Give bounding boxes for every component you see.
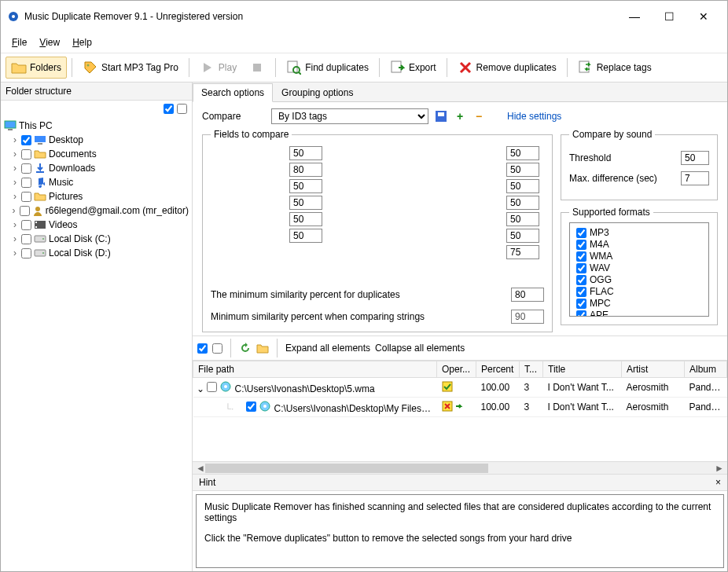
- field-threshold-input[interactable]: [289, 212, 322, 226]
- tree-item[interactable]: ›Local Disk (D:): [4, 246, 189, 260]
- expand-icon[interactable]: ›: [11, 191, 19, 202]
- format-checkbox[interactable]: [576, 275, 586, 285]
- tree-item[interactable]: ›Music: [4, 175, 189, 189]
- menu-file[interactable]: File: [6, 34, 33, 51]
- tree-item-checkbox[interactable]: [21, 178, 31, 188]
- format-item[interactable]: MP3: [576, 227, 702, 238]
- remove-preset-icon[interactable]: −: [472, 110, 485, 123]
- tree-item-checkbox[interactable]: [21, 248, 31, 258]
- start-tag-pro-button[interactable]: Start MP3 Tag Pro: [77, 57, 184, 79]
- play-button[interactable]: Play: [194, 57, 242, 79]
- tree-item-checkbox[interactable]: [21, 163, 31, 174]
- expand-icon[interactable]: ›: [11, 177, 19, 188]
- field-threshold-input[interactable]: [506, 163, 539, 177]
- field-threshold-input[interactable]: [289, 163, 322, 177]
- col-album[interactable]: Album: [685, 361, 727, 378]
- stop-button[interactable]: [244, 57, 270, 79]
- field-threshold-input[interactable]: [506, 212, 539, 226]
- expand-icon[interactable]: ›: [11, 248, 19, 258]
- table-row[interactable]: ⌄ C:\Users\Ivonash\Desktop\5.wma100.003I…: [193, 378, 727, 398]
- find-duplicates-button[interactable]: Find duplicates: [281, 57, 374, 79]
- col-t[interactable]: T...: [520, 361, 543, 378]
- compare-select[interactable]: By ID3 tags: [271, 108, 428, 124]
- maxdiff-input[interactable]: [681, 171, 709, 185]
- hint-close-icon[interactable]: ×: [715, 477, 721, 488]
- row-checkbox[interactable]: [207, 382, 217, 392]
- folders-button[interactable]: Folders: [6, 57, 67, 79]
- tree-item[interactable]: ›Desktop: [4, 133, 189, 147]
- format-checkbox[interactable]: [576, 310, 586, 317]
- format-checkbox[interactable]: [576, 251, 586, 262]
- col-percent[interactable]: Percent: [476, 361, 520, 378]
- format-checkbox[interactable]: [576, 299, 586, 309]
- field-threshold-input[interactable]: [506, 179, 539, 193]
- hide-settings-link[interactable]: Hide settings: [507, 111, 561, 122]
- field-threshold-input[interactable]: [506, 196, 539, 210]
- format-item[interactable]: WAV: [576, 262, 702, 273]
- format-item[interactable]: WMA: [576, 251, 702, 262]
- threshold-input[interactable]: [681, 151, 709, 165]
- field-threshold-input[interactable]: [506, 229, 539, 243]
- format-item[interactable]: APE: [576, 310, 702, 317]
- minimize-button[interactable]: —: [617, 6, 652, 28]
- row-expand-icon[interactable]: ⌄: [197, 383, 204, 394]
- format-checkbox[interactable]: [576, 287, 586, 297]
- refresh-icon[interactable]: [239, 342, 252, 354]
- close-button[interactable]: ✕: [686, 6, 721, 28]
- field-threshold-input[interactable]: [289, 229, 322, 243]
- add-preset-icon[interactable]: +: [454, 110, 466, 123]
- field-threshold-input[interactable]: [289, 196, 322, 210]
- field-threshold-input[interactable]: [289, 146, 322, 160]
- expand-icon[interactable]: ›: [11, 134, 19, 145]
- tree-item-checkbox[interactable]: [21, 234, 31, 244]
- format-item[interactable]: M4A: [576, 239, 702, 250]
- min-dup-input[interactable]: [511, 288, 544, 302]
- expand-icon[interactable]: ›: [11, 148, 19, 160]
- format-checkbox[interactable]: [576, 228, 586, 238]
- check-all-folders[interactable]: [164, 104, 174, 114]
- format-item[interactable]: MPC: [576, 298, 702, 309]
- format-checkbox[interactable]: [576, 240, 586, 250]
- format-item[interactable]: FLAC: [576, 286, 702, 297]
- check-all-dup[interactable]: [197, 343, 208, 354]
- tab-grouping-options[interactable]: Grouping options: [273, 83, 362, 102]
- replace-tags-button[interactable]: Replace tags: [572, 57, 657, 79]
- row-checkbox[interactable]: [246, 402, 256, 412]
- uncheck-all-folders[interactable]: [177, 104, 187, 114]
- collapse-all-link[interactable]: Collapse all elements: [375, 343, 465, 354]
- tree-item-checkbox[interactable]: [21, 149, 31, 160]
- col-title[interactable]: Title: [543, 361, 622, 378]
- expand-all-link[interactable]: Expand all elements: [285, 343, 370, 354]
- format-checkbox[interactable]: [576, 263, 586, 273]
- expand-icon[interactable]: ›: [11, 233, 19, 244]
- expand-icon[interactable]: ›: [11, 219, 19, 230]
- save-preset-icon[interactable]: [435, 110, 447, 123]
- field-threshold-input[interactable]: [506, 245, 539, 259]
- uncheck-all-dup[interactable]: [212, 343, 222, 354]
- expand-icon[interactable]: ›: [11, 163, 19, 174]
- tree-item[interactable]: ›Videos: [4, 218, 189, 232]
- export-button[interactable]: Export: [384, 57, 442, 79]
- tree-item[interactable]: ›Local Disk (C:): [4, 232, 189, 246]
- col-oper[interactable]: Oper...: [437, 361, 476, 378]
- horizontal-scrollbar[interactable]: ◄ ►: [193, 461, 727, 474]
- field-threshold-input[interactable]: [289, 179, 322, 193]
- tree-item[interactable]: ›Documents: [4, 147, 189, 161]
- tree-item-checkbox[interactable]: [21, 135, 31, 145]
- tree-item-checkbox[interactable]: [20, 206, 30, 216]
- field-threshold-input[interactable]: [506, 146, 539, 160]
- format-item[interactable]: OGG: [576, 274, 702, 285]
- folder-open-icon[interactable]: [256, 342, 269, 354]
- remove-duplicates-button[interactable]: Remove duplicates: [452, 57, 562, 79]
- menu-help[interactable]: Help: [66, 34, 98, 51]
- tab-search-options[interactable]: Search options: [193, 83, 273, 102]
- tree-item[interactable]: ›r66legend@gmail.com (mr_editor): [4, 204, 189, 218]
- tree-item[interactable]: ›Pictures: [4, 189, 189, 204]
- tree-item-checkbox[interactable]: [21, 192, 31, 202]
- tree-item[interactable]: ›Downloads: [4, 161, 189, 175]
- tree-root[interactable]: This PC: [4, 119, 189, 133]
- col-file[interactable]: File path: [193, 361, 437, 378]
- maximize-button[interactable]: ☐: [652, 6, 686, 28]
- menu-view[interactable]: View: [33, 34, 66, 51]
- table-row[interactable]: └· C:\Users\Ivonash\Desktop\My Files\Inp…: [193, 398, 727, 417]
